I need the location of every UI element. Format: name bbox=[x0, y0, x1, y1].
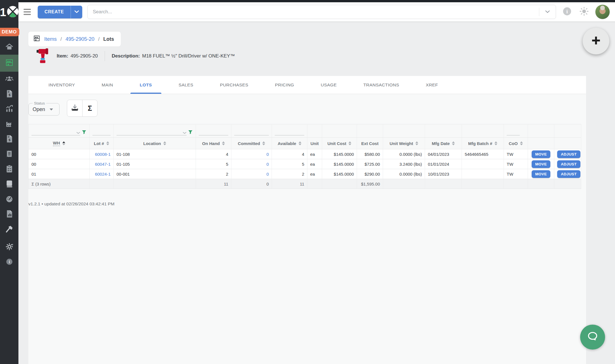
breadcrumb-current: Lots bbox=[103, 36, 114, 42]
filter-input-lot[interactable] bbox=[92, 129, 111, 135]
lots-panel: Status Open bbox=[28, 94, 586, 364]
tab-main[interactable]: MAIN bbox=[88, 76, 126, 94]
breadcrumb-item-link[interactable]: 495-2905-20 bbox=[65, 36, 94, 42]
committed-link[interactable]: 0 bbox=[267, 152, 269, 157]
sort-icon[interactable] bbox=[222, 141, 225, 145]
topbar: CREATE i bbox=[18, 2, 615, 22]
col-header-wh[interactable]: WH bbox=[29, 138, 90, 149]
sidebar-item-info[interactable]: i bbox=[0, 255, 18, 270]
cell-empty bbox=[90, 179, 114, 189]
adjust-button[interactable]: ADJUST bbox=[557, 170, 580, 178]
user-avatar[interactable] bbox=[595, 5, 610, 19]
filter-input-available[interactable] bbox=[275, 129, 304, 135]
lot-link[interactable]: 60008-1 bbox=[95, 152, 111, 157]
filter-input-on-hand[interactable] bbox=[199, 129, 228, 135]
sort-icon[interactable] bbox=[163, 141, 166, 145]
sidebar-item-tools[interactable] bbox=[0, 222, 18, 237]
sort-icon[interactable] bbox=[299, 141, 301, 145]
menu-toggle-button[interactable] bbox=[22, 7, 33, 17]
col-header-location[interactable]: Location bbox=[114, 138, 196, 149]
tab-transactions[interactable]: TRANSACTIONS bbox=[350, 76, 412, 94]
lot-link[interactable]: 60024-1 bbox=[95, 172, 111, 176]
sidebar-item-ledger[interactable] bbox=[0, 177, 18, 192]
col-header-unit-weight[interactable]: Unit Weight bbox=[383, 138, 425, 149]
move-button[interactable]: MOVE bbox=[532, 170, 551, 178]
sort-icon[interactable] bbox=[262, 141, 265, 145]
adjust-button[interactable]: ADJUST bbox=[557, 160, 580, 168]
col-header-available[interactable]: Available bbox=[272, 138, 307, 149]
filter-input-wh[interactable] bbox=[31, 129, 80, 135]
committed-link[interactable]: 0 bbox=[267, 162, 269, 167]
sort-icon[interactable] bbox=[415, 141, 418, 145]
breadcrumb: Items / 495-2905-20 / Lots bbox=[28, 32, 121, 46]
sidebar-item-tasks[interactable] bbox=[0, 162, 18, 177]
search-options-button[interactable] bbox=[539, 5, 556, 19]
sidebar-item-customers[interactable] bbox=[0, 72, 18, 87]
search-input[interactable] bbox=[93, 9, 539, 15]
sort-icon[interactable] bbox=[494, 141, 497, 145]
sidebar-item-dashboard[interactable] bbox=[0, 192, 18, 207]
adjust-button[interactable]: ADJUST bbox=[557, 150, 580, 158]
sort-icon[interactable] bbox=[106, 141, 109, 145]
chevron-down-icon[interactable] bbox=[76, 130, 80, 135]
move-button[interactable]: MOVE bbox=[532, 160, 551, 168]
col-header-mfg-batch[interactable]: Mfg Batch # bbox=[462, 138, 504, 149]
cell-committed: 0 bbox=[231, 159, 272, 169]
col-header-coo[interactable]: CoO bbox=[504, 138, 528, 149]
sidebar-item-settings[interactable] bbox=[0, 240, 18, 255]
sigma-icon bbox=[88, 104, 92, 112]
sidebar-item-home[interactable] bbox=[0, 40, 18, 55]
theme-toggle-button[interactable] bbox=[578, 6, 590, 18]
col-header-lot[interactable]: Lot # bbox=[90, 138, 114, 149]
tab-usage[interactable]: USAGE bbox=[307, 76, 350, 94]
breadcrumb-items-link[interactable]: Items bbox=[44, 36, 57, 42]
move-button[interactable]: MOVE bbox=[532, 150, 551, 158]
col-header-committed[interactable]: Committed bbox=[231, 138, 272, 149]
filter-cell-location bbox=[114, 124, 196, 138]
filter-input-location[interactable] bbox=[117, 129, 187, 135]
filter-input-coo[interactable] bbox=[507, 129, 520, 135]
filter-funnel-icon[interactable] bbox=[188, 130, 193, 135]
lot-link[interactable]: 60047-1 bbox=[95, 162, 111, 167]
sort-icon[interactable] bbox=[520, 141, 523, 145]
download-button[interactable] bbox=[67, 100, 82, 116]
sidebar-item-receipts[interactable] bbox=[0, 147, 18, 162]
sidebar-item-sales-invoices[interactable]: $ bbox=[0, 87, 18, 102]
create-button[interactable]: CREATE bbox=[38, 6, 71, 18]
help-chat-button[interactable] bbox=[580, 325, 605, 350]
app-logo[interactable]: 1 bbox=[0, 2, 18, 23]
add-fab-button[interactable] bbox=[583, 28, 609, 54]
committed-link[interactable]: 0 bbox=[267, 172, 269, 176]
about-button[interactable]: i bbox=[561, 6, 573, 18]
sidebar-item-analytics[interactable] bbox=[0, 102, 18, 117]
sidebar-item-inventory[interactable] bbox=[0, 55, 18, 72]
filter-funnel-icon[interactable] bbox=[82, 130, 86, 135]
create-dropdown-button[interactable] bbox=[71, 6, 82, 18]
cell-mfg-date: 10/01/2023 bbox=[425, 169, 462, 179]
sort-icon[interactable] bbox=[62, 141, 65, 145]
tab-inventory[interactable]: INVENTORY bbox=[35, 76, 88, 94]
tab-pricing[interactable]: PRICING bbox=[262, 76, 307, 94]
grid-toolbar bbox=[67, 100, 98, 117]
table-row: 01 60024-1 00-001 2 0 2 ea $145.0000 $29… bbox=[29, 169, 581, 179]
item-thumbnail-image[interactable] bbox=[36, 47, 49, 65]
col-header-on-hand[interactable]: On Hand bbox=[196, 138, 231, 149]
col-header-unit-cost[interactable]: Unit Cost bbox=[322, 138, 357, 149]
chevron-down-icon bbox=[50, 108, 53, 110]
tab-xref[interactable]: XREF bbox=[413, 76, 451, 94]
summary-toggle-button[interactable] bbox=[82, 100, 97, 116]
sidebar-item-billing[interactable]: $ bbox=[0, 132, 18, 147]
tab-lots[interactable]: LOTS bbox=[126, 76, 165, 94]
col-header-mfg-date[interactable]: Mfg Date bbox=[425, 138, 462, 149]
filter-input-committed[interactable] bbox=[234, 129, 269, 135]
tab-purchases[interactable]: PURCHASES bbox=[207, 76, 262, 94]
sidebar-item-reports[interactable] bbox=[0, 207, 18, 222]
filter-cell-adjust bbox=[554, 124, 581, 138]
sidebar-item-manufacturing[interactable] bbox=[0, 117, 18, 132]
chevron-down-icon[interactable] bbox=[183, 130, 187, 135]
sort-icon[interactable] bbox=[452, 141, 455, 145]
tab-sales[interactable]: SALES bbox=[165, 76, 207, 94]
sort-icon[interactable] bbox=[348, 141, 351, 145]
status-dropdown[interactable]: Status Open bbox=[28, 101, 60, 116]
item-summary: Item: 495-2905-20 Description: M18 FUEL™… bbox=[57, 51, 235, 61]
